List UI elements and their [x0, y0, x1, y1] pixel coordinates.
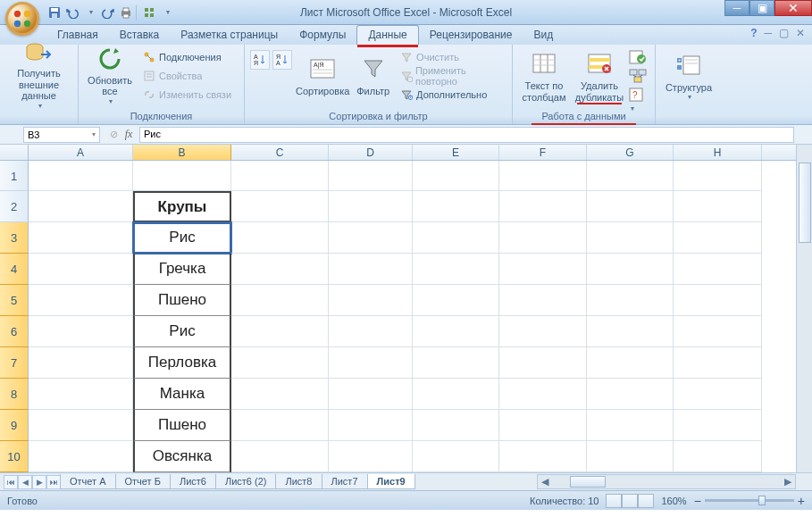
cancel-icon[interactable]: ⊘ — [105, 129, 121, 140]
horizontal-scrollbar[interactable]: ◀▶ — [537, 474, 796, 489]
cell[interactable] — [499, 254, 587, 285]
cell[interactable] — [413, 316, 499, 347]
cell-B2[interactable]: Крупы — [133, 191, 231, 222]
cell-B6[interactable]: Рис — [133, 316, 231, 347]
undo-dropdown[interactable] — [82, 4, 98, 21]
cell-B5[interactable]: Пшено — [133, 285, 231, 316]
cell[interactable] — [329, 410, 413, 441]
cell[interactable] — [231, 347, 329, 379]
cell[interactable] — [329, 254, 413, 285]
cell[interactable] — [231, 441, 329, 472]
cell[interactable] — [499, 285, 587, 316]
cell[interactable] — [329, 441, 413, 472]
cell[interactable] — [587, 347, 674, 379]
cell[interactable] — [587, 441, 674, 472]
cell[interactable] — [231, 410, 329, 441]
cell[interactable] — [413, 254, 499, 285]
cell[interactable] — [29, 441, 133, 472]
tab-home[interactable]: Главная — [46, 26, 109, 45]
maximize-button[interactable]: ▣ — [749, 0, 774, 16]
qat-more-icon[interactable] — [159, 4, 175, 21]
get-external-data-button[interactable]: Получить внешние данные — [5, 46, 72, 105]
filter-button[interactable]: Фильтр — [353, 46, 393, 105]
select-all-corner[interactable] — [0, 145, 29, 160]
sheet-tab[interactable]: Отчет Б — [115, 474, 171, 489]
col-header-H[interactable]: H — [674, 145, 762, 160]
minimize-button[interactable]: ─ — [724, 0, 749, 16]
cell-B10[interactable]: Овсянка — [133, 441, 231, 472]
cell[interactable] — [231, 379, 329, 410]
col-header-D[interactable]: D — [329, 145, 413, 160]
row-header-3[interactable]: 3 — [0, 222, 29, 254]
cell[interactable] — [29, 316, 133, 347]
close-button[interactable]: ✕ — [774, 0, 812, 16]
outline-button[interactable]: + Структура — [661, 46, 716, 105]
cell[interactable] — [413, 441, 499, 472]
row-header-2[interactable]: 2 — [0, 191, 29, 222]
vertical-scrollbar[interactable] — [796, 145, 812, 488]
cell[interactable] — [329, 379, 413, 410]
sheet-nav-last[interactable]: ⏭ — [46, 475, 61, 489]
cell[interactable] — [499, 161, 587, 191]
mdi-restore[interactable]: ▢ — [779, 27, 789, 39]
cell[interactable] — [674, 379, 762, 410]
sheet-tab[interactable]: Лист6 — [170, 474, 216, 489]
row-header-6[interactable]: 6 — [0, 316, 29, 347]
cell[interactable] — [587, 379, 674, 410]
cell[interactable] — [231, 316, 329, 347]
col-header-C[interactable]: C — [231, 145, 329, 160]
remove-duplicates-button[interactable]: Удалить дубликаты — [573, 46, 625, 105]
help-icon[interactable]: ? — [750, 27, 757, 39]
cell[interactable] — [29, 254, 133, 285]
cell[interactable] — [29, 191, 133, 222]
row-header-5[interactable]: 5 — [0, 285, 29, 316]
data-validation-button[interactable] — [629, 50, 649, 66]
row-header-8[interactable]: 8 — [0, 379, 29, 410]
view-page-break-button[interactable] — [638, 494, 654, 508]
redo-icon[interactable] — [100, 4, 116, 21]
cell[interactable] — [231, 222, 329, 254]
view-page-layout-button[interactable] — [622, 494, 638, 508]
cell[interactable] — [674, 254, 762, 285]
cell[interactable] — [674, 161, 762, 191]
cell[interactable] — [499, 316, 587, 347]
save-icon[interactable] — [46, 4, 63, 21]
tab-view[interactable]: Вид — [523, 26, 564, 45]
cell-B4[interactable]: Гречка — [133, 254, 231, 285]
zoom-slider[interactable] — [705, 499, 794, 502]
advanced-filter-button[interactable]: ⚙Дополнительно — [397, 86, 506, 104]
cell[interactable] — [29, 379, 133, 410]
cell-B9[interactable]: Пшено — [133, 410, 231, 441]
cell[interactable] — [587, 191, 674, 222]
sort-desc-button[interactable]: ЯА — [272, 50, 292, 70]
cell[interactable] — [413, 161, 499, 191]
sheet-nav-next[interactable]: ▶ — [32, 475, 46, 489]
cell[interactable] — [674, 410, 762, 441]
print-icon[interactable] — [118, 4, 134, 21]
cell[interactable] — [231, 191, 329, 222]
cell-B7[interactable]: Перловка — [133, 347, 231, 379]
cell[interactable] — [674, 347, 762, 379]
cell[interactable] — [231, 161, 329, 191]
sheet-nav-first[interactable]: ⏮ — [4, 475, 18, 489]
cell[interactable] — [413, 191, 499, 222]
sheet-tab-active[interactable]: Лист9 — [367, 474, 415, 489]
cell[interactable] — [674, 285, 762, 316]
undo-icon[interactable] — [64, 4, 80, 21]
cell[interactable] — [499, 379, 587, 410]
cell[interactable] — [587, 285, 674, 316]
cell[interactable] — [499, 347, 587, 379]
col-header-B[interactable]: B — [133, 145, 231, 160]
name-box[interactable]: B3 — [23, 127, 100, 143]
row-header-10[interactable]: 10 — [0, 441, 29, 472]
zoom-knob[interactable] — [758, 496, 766, 505]
tab-formulas[interactable]: Формулы — [289, 26, 356, 45]
cell[interactable] — [413, 379, 499, 410]
zoom-level[interactable]: 160% — [661, 496, 686, 506]
sheet-nav-prev[interactable]: ◀ — [18, 475, 32, 489]
cell[interactable] — [231, 285, 329, 316]
cell[interactable] — [413, 222, 499, 254]
cell[interactable] — [499, 441, 587, 472]
cell[interactable] — [329, 347, 413, 379]
cell[interactable] — [413, 285, 499, 316]
